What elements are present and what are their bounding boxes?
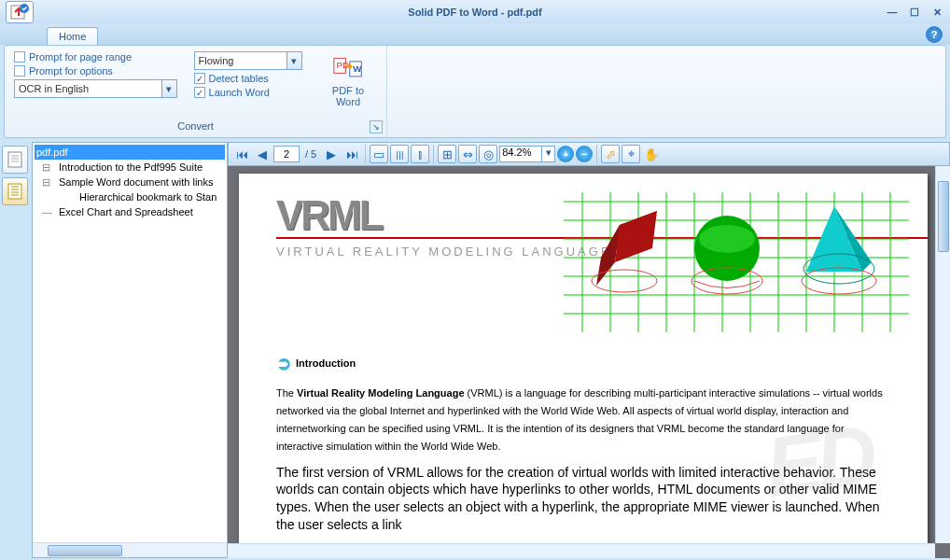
page-toolbar: ⏮ ◀ / 5 ▶ ⏭ ▭ ⫼ ⫿ ⊞ ⇔ ◎ 84.2% ▾ + − ⬀ ⌖ … [228, 142, 950, 166]
svg-marker-32 [615, 211, 657, 262]
svg-point-40 [802, 268, 876, 294]
page-number-input[interactable] [273, 146, 300, 162]
actual-size-button[interactable]: ◎ [479, 145, 497, 163]
pdf-to-word-label: PDF to Word [319, 85, 377, 107]
chevron-down-icon[interactable]: ▾ [541, 147, 554, 161]
checkbox-icon [14, 51, 25, 63]
doc-logo-text: VRML [276, 192, 612, 239]
tree-item[interactable]: Hierarchical bookmark to Stan [35, 189, 225, 204]
fit-page-button[interactable]: ⊞ [438, 145, 456, 163]
detect-tables-checkbox[interactable]: ✓ Detect tables [194, 73, 302, 84]
outline-hscrollbar[interactable] [33, 542, 227, 557]
checkbox-icon: ✓ [194, 87, 205, 98]
zoom-out-button[interactable]: − [576, 146, 593, 162]
pdf-to-word-icon: PDFW [333, 53, 363, 83]
bookmarks-tab[interactable] [2, 177, 28, 205]
tree-item[interactable]: Sample Word document with links [35, 175, 225, 189]
prev-page-button[interactable]: ◀ [253, 145, 272, 163]
checkbox-icon: ✓ [194, 73, 205, 84]
ocr-language-combo[interactable]: OCR in English ▾ [14, 79, 177, 98]
svg-point-35 [699, 225, 755, 253]
tree-root[interactable]: pdf.pdf [35, 145, 225, 160]
watermark: ED [760, 407, 877, 517]
flow-mode-combo[interactable]: Flowing ▾ [194, 51, 302, 70]
app-icon [6, 1, 34, 23]
vrml-shapes-graphic [564, 192, 909, 332]
maximize-button[interactable]: ☐ [907, 6, 922, 19]
close-button[interactable]: ✕ [929, 6, 944, 19]
fit-width-button[interactable]: ⇔ [458, 145, 477, 163]
help-button[interactable]: ? [926, 26, 943, 43]
chevron-down-icon[interactable]: ▾ [286, 52, 301, 69]
first-page-button[interactable]: ⏮ [232, 145, 251, 163]
doc-logo-subtitle: VIRTUAL REALITY MODELING LANGUAGE [276, 245, 612, 259]
prompt-page-range-label: Prompt for page range [29, 51, 132, 63]
document-viewport[interactable]: ED VRML VIRTUAL REALITY MODELING LANGUAG… [228, 166, 950, 558]
doc-heading: ➲Introduction [276, 352, 890, 374]
page-total-label: / 5 [301, 148, 320, 160]
prompt-page-range-checkbox[interactable]: Prompt for page range [14, 51, 177, 63]
text-select-tool-button[interactable]: ⌖ [622, 145, 640, 163]
hand-tool-button[interactable]: ✋ [642, 145, 661, 163]
next-page-button[interactable]: ▶ [322, 145, 341, 163]
chevron-down-icon[interactable]: ▾ [161, 80, 176, 97]
detect-tables-label: Detect tables [209, 73, 269, 84]
launch-word-label: Launch Word [209, 87, 270, 98]
zoom-value: 84.2% [500, 147, 541, 161]
ocr-language-value: OCR in English [15, 80, 161, 97]
title-bar: Solid PDF to Word - pdf.pdf — ☐ ✕ [0, 0, 950, 24]
pages-tab[interactable] [2, 146, 28, 174]
doc-vscrollbar[interactable] [935, 166, 950, 543]
ribbon: Prompt for page range Prompt for options… [4, 45, 946, 138]
page-content: ED VRML VIRTUAL REALITY MODELING LANGUAG… [239, 174, 928, 558]
window-title: Solid PDF to Word - pdf.pdf [408, 7, 541, 18]
flow-mode-value: Flowing [195, 52, 286, 69]
tree-item[interactable]: Excel Chart and Spreadsheet [35, 204, 225, 219]
svg-text:W: W [353, 63, 362, 74]
bullet-icon: ➲ [276, 352, 292, 374]
minimize-button[interactable]: — [885, 6, 900, 19]
tree-item[interactable]: Introduction to the Pdf995 Suite [35, 160, 225, 175]
pdf-to-word-button[interactable]: PDFW PDF to Word [319, 51, 377, 120]
checkbox-icon [14, 65, 25, 77]
zoom-combo[interactable]: 84.2% ▾ [499, 146, 555, 162]
single-page-view-button[interactable]: ▭ [370, 145, 388, 163]
select-tool-button[interactable]: ⬀ [601, 145, 620, 163]
zoom-in-button[interactable]: + [557, 146, 574, 162]
svg-rect-6 [8, 152, 21, 167]
facing-view-button[interactable]: ⫿ [411, 145, 429, 163]
outline-panel: pdf.pdf Introduction to the Pdf995 Suite… [32, 142, 228, 558]
last-page-button[interactable]: ⏭ [342, 145, 361, 163]
launch-word-checkbox[interactable]: ✓ Launch Word [194, 87, 302, 98]
ribbon-launcher-icon[interactable]: ↘ [370, 120, 383, 133]
side-tabs [0, 142, 32, 558]
svg-rect-10 [8, 184, 21, 199]
tab-bar: Home ? [0, 24, 950, 45]
doc-hscrollbar[interactable] [228, 543, 935, 558]
prompt-options-label: Prompt for options [29, 65, 113, 77]
prompt-options-checkbox[interactable]: Prompt for options [14, 65, 177, 77]
svg-point-33 [592, 270, 657, 292]
tab-home[interactable]: Home [47, 27, 98, 45]
continuous-view-button[interactable]: ⫼ [390, 145, 409, 163]
ribbon-group-label: Convert [14, 120, 377, 135]
